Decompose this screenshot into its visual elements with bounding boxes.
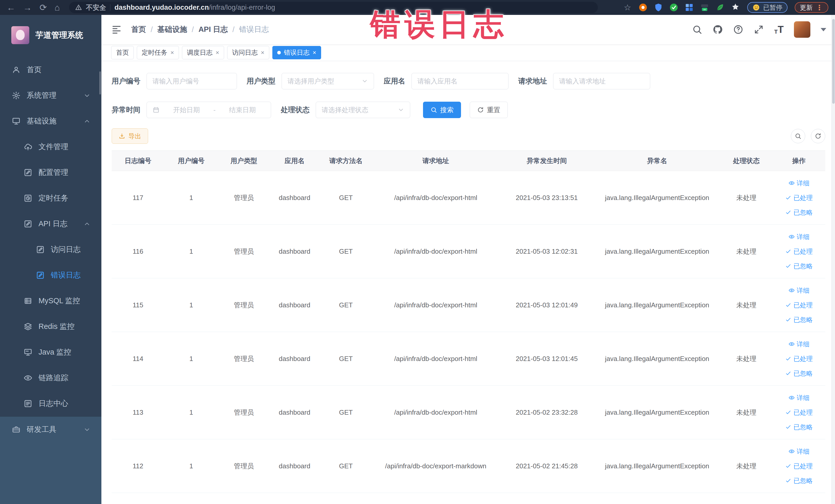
sidebar-item-access-logs[interactable]: 访问日志 [0,237,101,262]
cell-method: GET [320,247,372,256]
breadcrumb-item[interactable]: 基础设施 [157,24,187,35]
table-row: 1131管理员dashboardGET/api/infra/db-doc/exp… [111,386,825,439]
help-icon[interactable] [733,24,744,35]
sidebar-item-log-center[interactable]: 日志中心 [0,391,101,417]
toggle-search-button[interactable] [791,129,805,143]
browser-back-icon[interactable]: ← [7,3,15,12]
request-url-input[interactable] [553,73,650,89]
action-已忽略[interactable]: 已忽略 [785,208,813,217]
extension-star-icon[interactable] [731,3,740,12]
extension-leaf-icon[interactable] [715,3,725,12]
cell-time: 2021-05-02 21:45:28 [499,462,594,470]
close-tab-icon[interactable]: × [261,49,264,56]
breadcrumb-item[interactable]: 首页 [131,24,146,35]
close-tab-icon[interactable]: × [170,49,174,56]
sidebar-item-error-logs[interactable]: 错误日志 [0,262,101,288]
extension-rss-icon[interactable] [638,3,648,12]
avatar-caret-down-icon[interactable] [821,28,826,31]
sidebar-item-home[interactable]: 首页 [0,57,101,83]
emoji-face-icon [752,4,760,11]
user-type-select[interactable]: 请选择用户类型 [282,73,374,89]
action-详细[interactable]: 详细 [789,179,810,187]
cell-method: GET [320,194,372,202]
close-tab-icon[interactable]: × [216,49,219,56]
process-status-select[interactable]: 请选择处理状态 [316,102,410,118]
action-详细[interactable]: 详细 [789,340,810,348]
browser-update-button[interactable]: 更新 ⋮ [795,2,828,13]
paused-extension-badge[interactable]: 已暂停 [747,2,788,13]
tab-定时任务[interactable]: 定时任务× [137,46,179,59]
action-已忽略[interactable]: 已忽略 [785,316,813,324]
tab-访问日志[interactable]: 访问日志× [227,46,269,59]
sidebar-item-java-monitor[interactable]: Java 监控 [0,339,101,365]
tab-错误日志[interactable]: 错误日志× [272,46,321,59]
sidebar-item-trace[interactable]: 链路追踪 [0,365,101,391]
tab-调度日志[interactable]: 调度日志× [182,46,224,59]
sidebar-item-api-logs[interactable]: API 日志 [0,211,101,237]
fullscreen-icon[interactable] [754,24,764,35]
search-icon[interactable] [692,24,702,35]
action-已忽略[interactable]: 已忽略 [785,369,813,378]
action-已处理[interactable]: 已处理 [785,408,813,417]
github-icon[interactable] [713,24,723,35]
action-已忽略[interactable]: 已忽略 [785,262,813,270]
sidebar-item-mysql-monitor[interactable]: MySQL 监控 [0,288,101,314]
font-size-icon[interactable]: TT [774,24,784,35]
date-range-picker[interactable]: 开始日期 - 结束日期 [147,102,271,118]
app-name-input[interactable] [411,73,509,89]
close-tab-icon[interactable]: × [313,49,316,56]
extension-shield-icon[interactable] [654,3,663,12]
action-已忽略[interactable]: 已忽略 [785,423,813,431]
app-logo[interactable]: 芋道管理系统 [0,15,101,49]
extension-switch-on-icon[interactable]: on [700,3,709,12]
browser-menu-icon[interactable]: ⋮ [816,3,823,12]
action-已忽略[interactable]: 已忽略 [785,477,813,485]
user-avatar[interactable] [794,21,810,38]
browser-reload-icon[interactable]: ⟳ [40,3,47,12]
collapse-menu-icon[interactable] [111,24,122,35]
cell-id: 116 [111,247,164,256]
action-详细[interactable]: 详细 [789,394,810,402]
chevron-down-icon [398,106,404,113]
action-已处理[interactable]: 已处理 [785,247,813,256]
sidebar-scrollbar[interactable] [99,72,101,95]
sidebar-item-system-management[interactable]: 系统管理 [0,83,101,108]
action-已处理[interactable]: 已处理 [785,194,813,202]
tab-首页[interactable]: 首页 [111,46,134,59]
bookmark-star-icon[interactable]: ☆ [624,3,631,12]
sidebar-item-infrastructure[interactable]: 基础设施 [0,108,101,134]
scrollbar-thumb[interactable] [832,19,835,104]
cell-url: /api/infra/db-doc/export-html [372,355,499,363]
action-已处理[interactable]: 已处理 [785,301,813,309]
search-button[interactable]: 搜索 [423,102,461,118]
sidebar-item-scheduled-tasks[interactable]: 定时任务 [0,185,101,211]
browser-home-icon[interactable]: ⌂ [55,3,60,12]
refresh-table-button[interactable] [811,129,825,143]
cell-status: 未处理 [720,408,773,417]
action-详细[interactable]: 详细 [789,233,810,241]
action-详细[interactable]: 详细 [789,286,810,295]
extension-grid-icon[interactable] [685,3,694,12]
browser-forward-icon[interactable]: → [23,3,32,12]
cell-actions: 详细已处理已忽略 [773,447,825,485]
extension-check-circle-icon[interactable] [669,3,678,12]
cell-app: dashboard [269,301,320,309]
page-scrollbar[interactable] [831,15,835,504]
sidebar-item-redis-monitor[interactable]: Redis 监控 [0,314,101,339]
action-已处理[interactable]: 已处理 [785,355,813,363]
table-row: 1171管理员dashboardGET/api/infra/db-doc/exp… [111,171,825,225]
sidebar-item-config-management[interactable]: 配置管理 [0,160,101,185]
address-bar[interactable]: 不安全 dashboard.yudao.iocoder.cn/infra/log… [69,2,598,13]
log-center-icon [24,399,32,408]
breadcrumb-item[interactable]: API 日志 [199,24,228,35]
check-icon [785,424,791,430]
user-id-input[interactable] [147,73,237,89]
action-详细[interactable]: 详细 [789,447,810,456]
reset-button[interactable]: 重置 [470,102,508,118]
sidebar-item-file-management[interactable]: 文件管理 [0,134,101,160]
action-已处理[interactable]: 已处理 [785,462,813,470]
export-button[interactable]: 导出 [111,128,148,144]
sidebar-item-dev-tools[interactable]: 研发工具 [0,417,101,442]
refresh-icon [815,133,821,139]
chevron-down-icon [361,78,368,84]
